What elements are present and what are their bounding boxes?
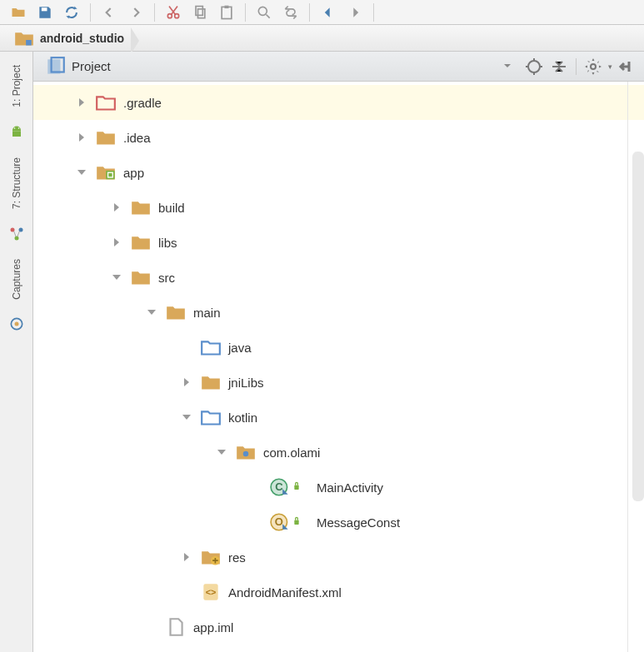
tree-item-label: res bbox=[228, 550, 246, 565]
tree-row-appiml[interactable]: app.iml bbox=[33, 610, 644, 645]
tree-row-idea[interactable]: .idea bbox=[33, 120, 644, 155]
folder-filled-icon bbox=[200, 373, 222, 391]
tree-row-build[interactable]: build bbox=[33, 190, 644, 225]
sync-icon[interactable] bbox=[60, 2, 83, 23]
breadcrumb: android_studio bbox=[0, 25, 644, 52]
twisty-placeholder bbox=[250, 480, 263, 494]
copy-icon[interactable] bbox=[188, 2, 212, 23]
folder-filled-icon bbox=[95, 128, 117, 147]
svg-rect-5 bbox=[222, 7, 232, 18]
tree-row-main[interactable]: main bbox=[33, 295, 644, 330]
tool-tab-project[interactable]: 1: Project bbox=[11, 60, 22, 112]
tree-item-label: app.iml bbox=[193, 620, 233, 635]
tree-item-label: MainActivity bbox=[317, 480, 383, 495]
svg-point-14 bbox=[14, 236, 18, 240]
tree-row-java[interactable]: java bbox=[33, 330, 644, 365]
tree-item-label: build bbox=[158, 201, 185, 215]
tree-row-app[interactable]: app bbox=[33, 155, 644, 190]
forward-icon[interactable] bbox=[343, 2, 367, 23]
panel-header: Project ▾ bbox=[33, 52, 644, 82]
folder-filled-icon bbox=[130, 268, 152, 286]
expand-toggle-icon[interactable] bbox=[110, 201, 123, 214]
twisty-placeholder bbox=[250, 515, 263, 529]
scrollbar-thumb[interactable] bbox=[632, 152, 644, 501]
package-icon bbox=[235, 443, 257, 461]
expand-toggle-icon[interactable] bbox=[180, 550, 193, 564]
chevron-down-icon bbox=[502, 60, 512, 73]
folder-blue-outline-icon bbox=[200, 408, 222, 426]
android-icon bbox=[8, 124, 25, 141]
expand-toggle-icon[interactable] bbox=[110, 271, 123, 284]
folder-red-outline-icon bbox=[95, 93, 117, 112]
tree-row-kotlin[interactable]: kotlin bbox=[33, 400, 644, 435]
twisty-placeholder bbox=[180, 341, 193, 354]
svg-rect-8 bbox=[26, 40, 31, 45]
expand-toggle-icon[interactable] bbox=[180, 411, 193, 424]
expand-toggle-icon[interactable] bbox=[75, 131, 88, 144]
undo-icon[interactable] bbox=[97, 2, 121, 23]
expand-toggle-icon[interactable] bbox=[75, 96, 88, 109]
tree-item-label: MessageConst bbox=[317, 515, 400, 530]
view-selector-label: Project bbox=[72, 59, 111, 73]
tree-item-label: com.olami bbox=[263, 445, 320, 460]
tree-row-res[interactable]: res bbox=[33, 540, 644, 575]
expand-toggle-icon[interactable] bbox=[180, 376, 193, 389]
collapse-icon[interactable] bbox=[549, 57, 569, 77]
target-icon[interactable] bbox=[524, 57, 544, 77]
project-icon bbox=[45, 57, 67, 76]
tree-item-label: app bbox=[123, 166, 144, 180]
tree-row-libs[interactable]: libs bbox=[33, 225, 644, 260]
expand-toggle-icon[interactable] bbox=[215, 445, 228, 459]
project-tree[interactable]: .gradle.ideaappbuildlibssrcmainjavajniLi… bbox=[33, 82, 644, 652]
cut-icon[interactable] bbox=[162, 2, 185, 23]
tool-tab-structure[interactable]: 7: Structure bbox=[11, 152, 22, 214]
twisty-placeholder bbox=[145, 620, 158, 634]
svg-point-19 bbox=[528, 61, 540, 72]
tree-row-manifest[interactable]: <>AndroidManifest.xml bbox=[33, 575, 644, 610]
tree-item-label: main bbox=[193, 306, 221, 320]
folder-blue-outline-icon bbox=[200, 338, 222, 356]
xml-file-icon: <> bbox=[200, 583, 222, 601]
object-kotlin-icon: O bbox=[270, 513, 292, 531]
folder-filled-icon bbox=[130, 198, 152, 217]
file-icon bbox=[165, 618, 187, 636]
redo-icon[interactable] bbox=[124, 2, 147, 23]
tool-tab-label: 1: Project bbox=[11, 65, 22, 107]
breadcrumb-item[interactable]: android_studio bbox=[8, 27, 132, 49]
svg-point-23 bbox=[243, 451, 248, 456]
folder-res-icon bbox=[200, 548, 222, 566]
svg-point-20 bbox=[591, 64, 596, 69]
svg-text:<>: <> bbox=[206, 587, 217, 597]
replace-icon[interactable] bbox=[279, 2, 302, 23]
save-icon[interactable] bbox=[33, 2, 57, 23]
tree-row-src[interactable]: src bbox=[33, 260, 644, 295]
tree-row-messageconst[interactable]: OMessageConst bbox=[33, 505, 644, 540]
find-icon[interactable] bbox=[252, 2, 276, 23]
hide-icon[interactable] bbox=[617, 57, 637, 77]
svg-text:C: C bbox=[275, 480, 283, 493]
tree-item-label: java bbox=[228, 341, 252, 355]
open-icon[interactable] bbox=[7, 2, 30, 23]
expand-toggle-icon[interactable] bbox=[75, 166, 88, 179]
tree-item-label: .idea bbox=[123, 131, 151, 145]
svg-rect-22 bbox=[108, 173, 112, 177]
expand-toggle-icon[interactable] bbox=[110, 236, 123, 249]
main-toolbar bbox=[0, 0, 644, 25]
tree-row-jnilibs[interactable]: jniLibs bbox=[33, 365, 644, 400]
paste-icon[interactable] bbox=[215, 2, 238, 23]
tool-tab-captures[interactable]: Captures bbox=[11, 254, 22, 305]
svg-point-11 bbox=[17, 127, 19, 129]
svg-rect-26 bbox=[294, 485, 298, 490]
tree-item-label: .gradle bbox=[123, 96, 162, 110]
gear-icon[interactable] bbox=[583, 57, 603, 77]
expand-toggle-icon[interactable] bbox=[145, 306, 158, 319]
svg-rect-29 bbox=[294, 520, 298, 525]
back-icon[interactable] bbox=[317, 2, 340, 23]
project-view-dropdown[interactable]: Project bbox=[40, 55, 519, 78]
tree-row-mainactivity[interactable]: CMainActivity bbox=[33, 470, 644, 505]
tree-row-gradle[interactable]: .gradle bbox=[33, 85, 644, 120]
breadcrumb-label: android_studio bbox=[40, 32, 124, 45]
tree-item-label: src bbox=[158, 271, 175, 285]
tree-row-comolami[interactable]: com.olami bbox=[33, 435, 644, 470]
twisty-placeholder bbox=[180, 585, 193, 599]
